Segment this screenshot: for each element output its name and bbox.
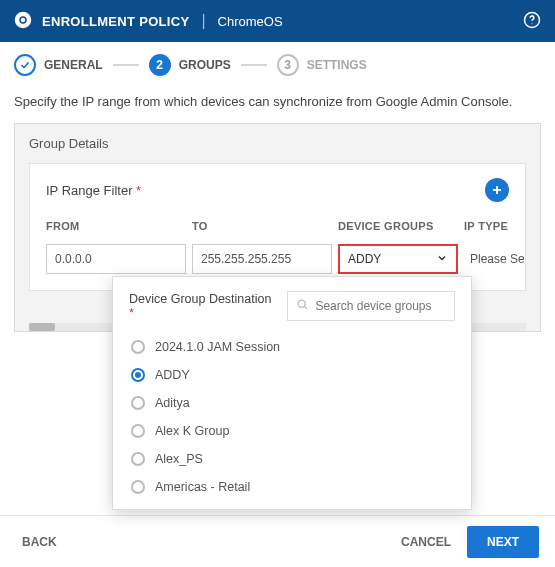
step-number: 2	[149, 54, 171, 76]
col-from: FROM	[46, 220, 186, 232]
dropdown-search[interactable]	[287, 291, 455, 321]
dropdown-search-input[interactable]	[315, 299, 446, 313]
step-label: GROUPS	[179, 58, 231, 72]
dropdown-option-label: Americas - Retail	[155, 480, 250, 494]
add-row-button[interactable]	[485, 178, 509, 202]
chevron-down-icon	[436, 252, 448, 267]
dropdown-option[interactable]: ADDY	[129, 361, 451, 389]
radio-icon	[131, 368, 145, 382]
dropdown-title: Device Group Destination *	[129, 292, 277, 320]
checkmark-icon	[14, 54, 36, 76]
dropdown-option-label: Alex_PS	[155, 452, 203, 466]
stepper: GENERAL 2 GROUPS 3 SETTINGS	[0, 42, 555, 86]
required-marker: *	[129, 306, 134, 320]
dropdown-title-text: Device Group Destination	[129, 292, 271, 306]
back-button[interactable]: BACK	[16, 527, 63, 557]
radio-icon	[131, 480, 145, 494]
app-header: ENROLLMENT POLICY | ChromeOS	[0, 0, 555, 42]
step-label: SETTINGS	[307, 58, 367, 72]
footer: BACK CANCEL NEXT	[0, 515, 555, 567]
device-group-dropdown: Device Group Destination * 2024.1.0 JAM …	[112, 276, 472, 510]
ip-type-value[interactable]: Please Se	[464, 252, 534, 266]
header-subtitle: ChromeOS	[218, 14, 283, 29]
step-connector	[113, 64, 139, 66]
header-separator: |	[201, 12, 205, 30]
device-group-selected: ADDY	[348, 252, 381, 266]
help-icon[interactable]	[523, 11, 541, 32]
dropdown-option-label: ADDY	[155, 368, 190, 382]
radio-icon	[131, 340, 145, 354]
step-general[interactable]: GENERAL	[14, 54, 103, 76]
svg-point-4	[531, 23, 532, 24]
step-settings[interactable]: 3 SETTINGS	[277, 54, 367, 76]
col-device-groups: DEVICE GROUPS	[338, 220, 458, 232]
col-ip-type: IP TYPE	[464, 220, 534, 232]
dropdown-option-label: 2024.1.0 JAM Session	[155, 340, 280, 354]
dropdown-option-label: Alex K Group	[155, 424, 229, 438]
svg-line-8	[305, 306, 308, 309]
chrome-icon	[14, 11, 32, 32]
from-input[interactable]	[46, 244, 186, 274]
radio-icon	[131, 452, 145, 466]
device-group-select[interactable]: ADDY	[338, 244, 458, 274]
svg-point-2	[21, 17, 26, 22]
ip-range-card: IP Range Filter * FROM TO DEVICE GROUPS …	[29, 163, 526, 291]
step-number: 3	[277, 54, 299, 76]
required-marker: *	[136, 183, 141, 198]
panel-title: Group Details	[29, 136, 526, 151]
search-icon	[296, 298, 309, 314]
dropdown-option[interactable]: Americas - Retail	[129, 473, 451, 501]
dropdown-option[interactable]: 2024.1.0 JAM Session	[129, 333, 451, 361]
cancel-button[interactable]: CANCEL	[395, 527, 457, 557]
card-title: IP Range Filter *	[46, 183, 141, 198]
header-title: ENROLLMENT POLICY	[42, 14, 189, 29]
dropdown-option-label: Aditya	[155, 396, 190, 410]
horizontal-scroll-thumb[interactable]	[29, 323, 55, 331]
step-groups[interactable]: 2 GROUPS	[149, 54, 231, 76]
dropdown-option[interactable]: Alex K Group	[129, 417, 451, 445]
step-connector	[241, 64, 267, 66]
card-title-text: IP Range Filter	[46, 183, 132, 198]
radio-icon	[131, 424, 145, 438]
svg-point-7	[299, 300, 306, 307]
page-description: Specify the IP range from which devices …	[0, 86, 555, 123]
dropdown-option[interactable]: Alex_PS	[129, 445, 451, 473]
to-input[interactable]	[192, 244, 332, 274]
col-to: TO	[192, 220, 332, 232]
next-button[interactable]: NEXT	[467, 526, 539, 558]
dropdown-option[interactable]: Aditya	[129, 389, 451, 417]
dropdown-list[interactable]: 2024.1.0 JAM SessionADDYAdityaAlex K Gro…	[129, 333, 455, 501]
step-label: GENERAL	[44, 58, 103, 72]
radio-icon	[131, 396, 145, 410]
